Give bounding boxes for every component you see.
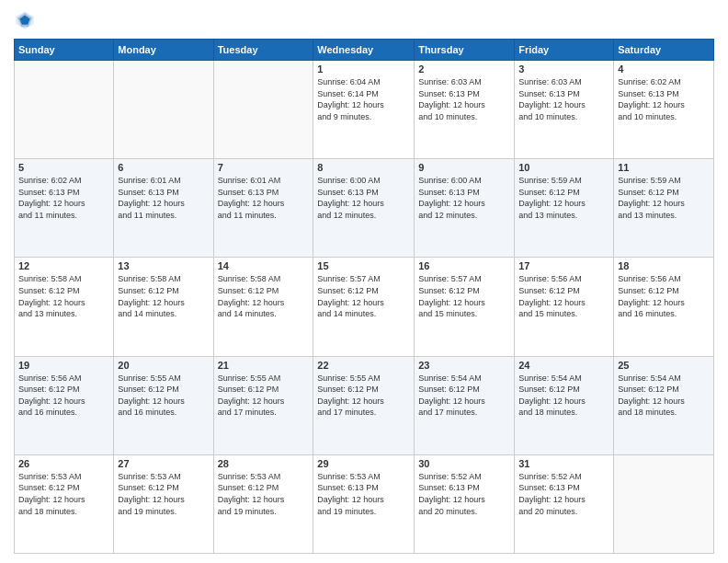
day-info: Sunrise: 5:53 AM Sunset: 6:12 PM Dayligh… — [218, 471, 310, 517]
day-info: Sunrise: 6:03 AM Sunset: 6:13 PM Dayligh… — [418, 76, 510, 122]
day-number: 16 — [418, 260, 510, 271]
day-cell: 14Sunrise: 5:58 AM Sunset: 6:12 PM Dayli… — [213, 258, 313, 356]
day-number: 14 — [218, 260, 310, 271]
day-number: 12 — [18, 260, 109, 271]
day-number: 21 — [218, 360, 310, 371]
day-number: 6 — [118, 162, 209, 173]
calendar-table: SundayMondayTuesdayWednesdayThursdayFrid… — [14, 39, 714, 554]
day-number: 11 — [618, 162, 710, 173]
day-cell: 3Sunrise: 6:03 AM Sunset: 6:13 PM Daylig… — [515, 61, 614, 159]
day-number: 5 — [18, 162, 109, 173]
day-cell: 22Sunrise: 5:55 AM Sunset: 6:12 PM Dayli… — [313, 356, 415, 454]
day-info: Sunrise: 6:01 AM Sunset: 6:13 PM Dayligh… — [118, 175, 209, 221]
day-number: 25 — [618, 360, 710, 371]
day-info: Sunrise: 5:55 AM Sunset: 6:12 PM Dayligh… — [118, 373, 209, 419]
day-info: Sunrise: 6:03 AM Sunset: 6:13 PM Dayligh… — [518, 76, 609, 122]
day-cell: 2Sunrise: 6:03 AM Sunset: 6:13 PM Daylig… — [415, 61, 515, 159]
page: SundayMondayTuesdayWednesdayThursdayFrid… — [0, 0, 728, 563]
day-cell: 24Sunrise: 5:54 AM Sunset: 6:12 PM Dayli… — [515, 356, 614, 454]
day-cell: 21Sunrise: 5:55 AM Sunset: 6:12 PM Dayli… — [213, 356, 313, 454]
day-info: Sunrise: 5:54 AM Sunset: 6:12 PM Dayligh… — [418, 373, 510, 419]
day-cell: 9Sunrise: 6:00 AM Sunset: 6:13 PM Daylig… — [415, 159, 515, 258]
day-number: 31 — [518, 458, 609, 469]
day-info: Sunrise: 5:54 AM Sunset: 6:12 PM Dayligh… — [518, 373, 609, 419]
day-cell: 26Sunrise: 5:53 AM Sunset: 6:12 PM Dayli… — [15, 454, 114, 553]
day-number: 23 — [418, 360, 510, 371]
day-number: 29 — [317, 458, 410, 469]
day-cell: 10Sunrise: 5:59 AM Sunset: 6:12 PM Dayli… — [515, 159, 614, 258]
day-cell — [213, 61, 313, 159]
weekday-header-tuesday: Tuesday — [213, 40, 313, 61]
day-cell — [114, 61, 213, 159]
day-info: Sunrise: 6:00 AM Sunset: 6:13 PM Dayligh… — [317, 175, 410, 221]
day-cell: 27Sunrise: 5:53 AM Sunset: 6:12 PM Dayli… — [114, 454, 213, 553]
header — [14, 9, 714, 31]
day-number: 10 — [518, 162, 609, 173]
day-number: 28 — [218, 458, 310, 469]
day-number: 19 — [18, 360, 109, 371]
day-info: Sunrise: 5:56 AM Sunset: 6:12 PM Dayligh… — [18, 373, 109, 419]
day-info: Sunrise: 6:04 AM Sunset: 6:14 PM Dayligh… — [317, 76, 410, 122]
day-info: Sunrise: 5:55 AM Sunset: 6:12 PM Dayligh… — [317, 373, 410, 419]
day-info: Sunrise: 5:53 AM Sunset: 6:12 PM Dayligh… — [118, 471, 209, 517]
day-info: Sunrise: 5:54 AM Sunset: 6:12 PM Dayligh… — [618, 373, 710, 419]
day-info: Sunrise: 5:58 AM Sunset: 6:12 PM Dayligh… — [118, 273, 209, 319]
day-info: Sunrise: 5:59 AM Sunset: 6:12 PM Dayligh… — [518, 175, 609, 221]
day-cell: 6Sunrise: 6:01 AM Sunset: 6:13 PM Daylig… — [114, 159, 213, 258]
day-info: Sunrise: 5:57 AM Sunset: 6:12 PM Dayligh… — [418, 273, 510, 319]
day-number: 1 — [317, 63, 410, 75]
day-info: Sunrise: 5:57 AM Sunset: 6:12 PM Dayligh… — [317, 273, 410, 319]
day-info: Sunrise: 5:56 AM Sunset: 6:12 PM Dayligh… — [518, 273, 609, 319]
week-row-2: 5Sunrise: 6:02 AM Sunset: 6:13 PM Daylig… — [15, 159, 714, 258]
day-info: Sunrise: 5:58 AM Sunset: 6:12 PM Dayligh… — [218, 273, 310, 319]
day-number: 24 — [518, 360, 609, 371]
week-row-5: 26Sunrise: 5:53 AM Sunset: 6:12 PM Dayli… — [15, 454, 714, 553]
day-number: 30 — [418, 458, 510, 469]
day-number: 17 — [518, 260, 609, 271]
week-row-1: 1Sunrise: 6:04 AM Sunset: 6:14 PM Daylig… — [15, 61, 714, 159]
day-number: 4 — [618, 63, 710, 75]
day-cell: 15Sunrise: 5:57 AM Sunset: 6:12 PM Dayli… — [313, 258, 415, 356]
week-row-3: 12Sunrise: 5:58 AM Sunset: 6:12 PM Dayli… — [15, 258, 714, 356]
day-info: Sunrise: 6:02 AM Sunset: 6:13 PM Dayligh… — [618, 76, 710, 122]
day-cell: 18Sunrise: 5:56 AM Sunset: 6:12 PM Dayli… — [614, 258, 714, 356]
logo-icon — [14, 9, 36, 31]
day-cell — [15, 61, 114, 159]
day-number: 8 — [317, 162, 410, 173]
day-cell: 17Sunrise: 5:56 AM Sunset: 6:12 PM Dayli… — [515, 258, 614, 356]
day-info: Sunrise: 5:53 AM Sunset: 6:13 PM Dayligh… — [317, 471, 410, 517]
day-number: 3 — [518, 63, 609, 75]
day-cell: 31Sunrise: 5:52 AM Sunset: 6:13 PM Dayli… — [515, 454, 614, 553]
day-number: 22 — [317, 360, 410, 371]
day-cell: 11Sunrise: 5:59 AM Sunset: 6:12 PM Dayli… — [614, 159, 714, 258]
day-cell: 30Sunrise: 5:52 AM Sunset: 6:13 PM Dayli… — [415, 454, 515, 553]
day-cell: 13Sunrise: 5:58 AM Sunset: 6:12 PM Dayli… — [114, 258, 213, 356]
day-cell: 1Sunrise: 6:04 AM Sunset: 6:14 PM Daylig… — [313, 61, 415, 159]
weekday-header-row: SundayMondayTuesdayWednesdayThursdayFrid… — [15, 40, 714, 61]
weekday-header-saturday: Saturday — [614, 40, 714, 61]
day-cell: 8Sunrise: 6:00 AM Sunset: 6:13 PM Daylig… — [313, 159, 415, 258]
day-number: 13 — [118, 260, 209, 271]
weekday-header-monday: Monday — [114, 40, 213, 61]
day-cell: 28Sunrise: 5:53 AM Sunset: 6:12 PM Dayli… — [213, 454, 313, 553]
day-number: 2 — [418, 63, 510, 75]
day-number: 20 — [118, 360, 209, 371]
day-info: Sunrise: 6:02 AM Sunset: 6:13 PM Dayligh… — [18, 175, 109, 221]
day-cell: 7Sunrise: 6:01 AM Sunset: 6:13 PM Daylig… — [213, 159, 313, 258]
day-info: Sunrise: 5:53 AM Sunset: 6:12 PM Dayligh… — [18, 471, 109, 517]
day-cell: 19Sunrise: 5:56 AM Sunset: 6:12 PM Dayli… — [15, 356, 114, 454]
day-info: Sunrise: 5:55 AM Sunset: 6:12 PM Dayligh… — [218, 373, 310, 419]
day-number: 26 — [18, 458, 109, 469]
day-info: Sunrise: 5:52 AM Sunset: 6:13 PM Dayligh… — [418, 471, 510, 517]
weekday-header-thursday: Thursday — [415, 40, 515, 61]
weekday-header-friday: Friday — [515, 40, 614, 61]
day-number: 9 — [418, 162, 510, 173]
day-cell: 12Sunrise: 5:58 AM Sunset: 6:12 PM Dayli… — [15, 258, 114, 356]
day-number: 15 — [317, 260, 410, 271]
day-cell: 23Sunrise: 5:54 AM Sunset: 6:12 PM Dayli… — [415, 356, 515, 454]
weekday-header-sunday: Sunday — [15, 40, 114, 61]
day-number: 18 — [618, 260, 710, 271]
day-cell: 25Sunrise: 5:54 AM Sunset: 6:12 PM Dayli… — [614, 356, 714, 454]
day-info: Sunrise: 5:59 AM Sunset: 6:12 PM Dayligh… — [618, 175, 710, 221]
week-row-4: 19Sunrise: 5:56 AM Sunset: 6:12 PM Dayli… — [15, 356, 714, 454]
